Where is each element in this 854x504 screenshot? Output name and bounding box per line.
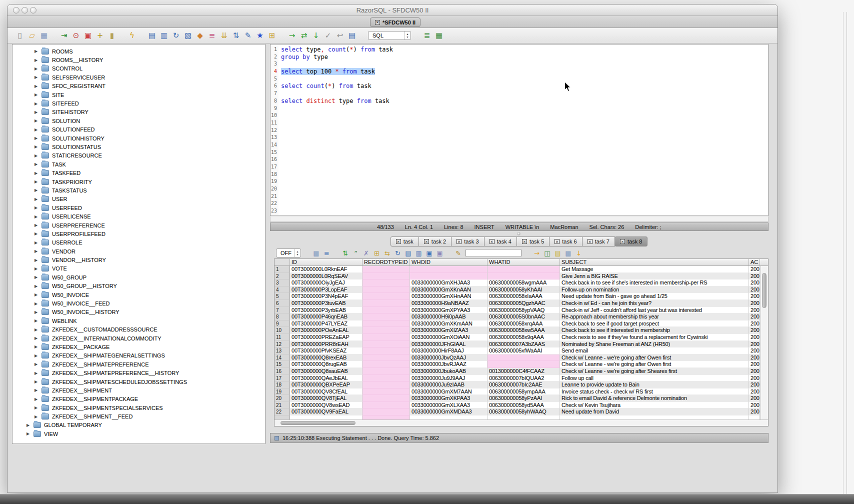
tree-item[interactable]: ▶SFDC_REGISTRANT — [12, 82, 265, 90]
tree-item[interactable]: ▶USERPREFERENCE — [12, 221, 265, 230]
subject-cell[interactable]: Check w/ Kevin Tsujihara — [560, 402, 749, 409]
disclosure-triangle-icon[interactable]: ▶ — [34, 162, 40, 166]
result-tab[interactable]: task 2 — [418, 236, 452, 246]
disclosure-triangle-icon[interactable]: ▶ — [34, 240, 40, 245]
whoid-cell[interactable]: 0033000000Ju9zIAAB — [410, 382, 488, 388]
connection-tab[interactable]: *SFDCW50 II — [370, 18, 420, 27]
recordtypeid-cell[interactable] — [362, 327, 410, 334]
id-cell[interactable]: 00T3000000QV9FaEAL — [290, 408, 362, 416]
whatid-cell[interactable]: 006300000058ypVAAQ — [488, 307, 560, 314]
id-cell[interactable]: 00T3000000L0RqSEAV — [290, 273, 362, 280]
disclosure-triangle-icon[interactable]: ▶ — [34, 102, 40, 106]
subject-cell[interactable]: Rick to email David & reference Delmonte… — [560, 395, 749, 402]
ac-cell[interactable]: 200 — [749, 327, 760, 334]
editor-line[interactable]: 18 — [270, 171, 768, 178]
fetch-icon[interactable]: ↓ — [310, 32, 322, 40]
disclosure-triangle-icon[interactable]: ▶ — [34, 92, 40, 97]
vertical-scrollbar[interactable] — [760, 266, 768, 420]
close-tab-icon[interactable] — [396, 239, 401, 244]
favorites-icon[interactable]: ★ — [254, 32, 266, 40]
table-row[interactable]: 600T3000000P3tuvEAB0033000000H9aNBAAZ006… — [274, 300, 768, 307]
disconnect-icon[interactable]: ⊙ — [70, 32, 82, 40]
recordtypeid-cell[interactable] — [362, 354, 410, 362]
disclosure-triangle-icon[interactable]: ▶ — [34, 388, 40, 392]
copy-connection-icon[interactable]: ▣ — [82, 32, 94, 40]
whoid-cell[interactable]: 0033000000HirF8AAJ — [410, 348, 488, 354]
rerun-icon[interactable]: ⇄ — [298, 32, 310, 40]
subject-cell[interactable]: Follow up call — [560, 375, 749, 382]
id-cell[interactable]: 00T3000000Q8sauEAB — [290, 368, 362, 375]
edit-cell-icon[interactable]: ▤ — [552, 250, 563, 256]
editor-line[interactable]: 14 — [270, 142, 768, 149]
subject-cell[interactable]: Check back to see if interested in membe… — [560, 327, 749, 334]
subject-cell[interactable]: Give Jenn a BIG RAISE — [560, 273, 749, 280]
subject-cell[interactable]: Re-approach about membership this year — [560, 314, 749, 320]
ac-cell[interactable]: 200 — [749, 354, 760, 362]
disclosure-triangle-icon[interactable]: ▶ — [34, 354, 40, 358]
column-header[interactable]: ID — [290, 259, 362, 266]
stepper-icon[interactable] — [404, 32, 410, 40]
refresh-data-icon[interactable]: ↻ — [392, 250, 403, 256]
recordtypeid-cell[interactable] — [362, 266, 410, 273]
editor-line[interactable]: 8select distinct type from task — [270, 98, 768, 105]
tree-item[interactable]: ▶USER — [12, 195, 265, 204]
whatid-cell[interactable]: 00630000007bIQUAA2 — [488, 375, 560, 382]
editor-horizontal-scrollbar[interactable] — [270, 216, 768, 222]
disclosure-triangle-icon[interactable]: ▶ — [34, 328, 40, 332]
result-tab[interactable]: task 4 — [484, 236, 517, 246]
disclosure-triangle-icon[interactable]: ▶ — [26, 432, 32, 436]
recordtypeid-cell[interactable] — [362, 402, 410, 409]
ac-cell[interactable]: 200 — [749, 408, 760, 416]
whoid-cell[interactable]: 0033000000GmXMDAA3 — [410, 408, 488, 416]
disclosure-triangle-icon[interactable]: ▶ — [34, 66, 40, 71]
rollback-icon[interactable]: ↩ — [334, 32, 346, 40]
id-cell[interactable]: 00T3000000P47LYEAZ — [290, 320, 362, 328]
generate-sql-icon[interactable]: ▧ — [182, 32, 194, 40]
disclosure-triangle-icon[interactable]: ▶ — [34, 84, 40, 88]
result-tab[interactable]: task 8 — [614, 236, 648, 246]
tree-item[interactable]: ▶TASKSTATUS — [12, 186, 265, 194]
editor-line[interactable]: 11 — [270, 120, 768, 127]
history-icon[interactable]: ▤ — [346, 32, 358, 40]
editor-line[interactable]: 22 — [270, 200, 768, 208]
editor-line[interactable]: 23 — [270, 208, 768, 215]
column-header[interactable]: WHOID — [410, 259, 488, 266]
database-browser-tree[interactable]: ▶ROOMS▶ROOMS__HISTORY▶SCONTROL▶SELFSERVI… — [12, 44, 266, 444]
id-cell[interactable]: 00T3000000PfvKSEAZ — [290, 348, 362, 354]
tree-item[interactable]: ▶W50_INVOICE__FEED — [12, 299, 265, 308]
ac-cell[interactable]: 200 — [749, 375, 760, 382]
editor-line[interactable]: 13 — [270, 134, 768, 142]
disclosure-triangle-icon[interactable]: ▶ — [34, 171, 40, 176]
tree-item[interactable]: ▶VIEW — [12, 430, 265, 438]
table-row[interactable]: 1700T3000000QAeJbEAL0033000000Ju9J9AAJ00… — [274, 375, 768, 382]
recordtypeid-cell[interactable] — [362, 382, 410, 388]
column-header[interactable]: SUBJECT — [560, 259, 749, 266]
whatid-cell[interactable] — [488, 354, 560, 362]
ac-cell[interactable]: 200 — [749, 307, 760, 314]
subject-cell[interactable]: Get Massage — [560, 266, 749, 273]
table-row[interactable]: 1600T3000000Q8sauEAB0033000000JbukoAAB00… — [274, 368, 768, 375]
recordtypeid-cell[interactable] — [362, 307, 410, 314]
table-row[interactable]: 900T3000000P47LYEAZ0033000000GmXKmAAN006… — [274, 320, 768, 328]
subject-cell[interactable]: Check nexis to see if they've found a re… — [560, 334, 749, 341]
sql-editor[interactable]: 1select type, count(*) from task2group b… — [270, 44, 768, 216]
ac-cell[interactable]: 200 — [749, 280, 760, 286]
whatid-cell[interactable]: 0013000000C4fFCAAZ — [488, 368, 560, 375]
stepper-icon[interactable] — [294, 249, 300, 257]
save-grid-icon[interactable]: ▦ — [563, 250, 574, 256]
column-header[interactable]: RECORDTYPEID — [362, 259, 410, 266]
whatid-cell[interactable] — [488, 361, 560, 368]
recordtypeid-cell[interactable] — [362, 293, 410, 300]
ac-cell[interactable]: 200 — [749, 300, 760, 307]
whoid-cell[interactable]: 0033000000GmXHnAAN — [410, 293, 488, 300]
whoid-cell[interactable]: 0033000000Ju9J9AAJ — [410, 375, 488, 382]
editor-line[interactable]: 2group by type — [270, 54, 768, 61]
save-results-icon[interactable]: ▦ — [311, 250, 322, 256]
ac-cell[interactable]: 200 — [749, 348, 760, 354]
tree-item[interactable]: ▶SOLUTION — [12, 116, 265, 125]
whatid-cell[interactable]: 006300000058x9qAAA — [488, 334, 560, 341]
whoid-cell[interactable]: 0033000000GmXKPAA3 — [410, 395, 488, 402]
id-cell[interactable]: 00T3000000Q8rexEAB — [290, 354, 362, 362]
recordtypeid-cell[interactable] — [362, 388, 410, 396]
disclosure-triangle-icon[interactable]: ▶ — [34, 318, 40, 323]
